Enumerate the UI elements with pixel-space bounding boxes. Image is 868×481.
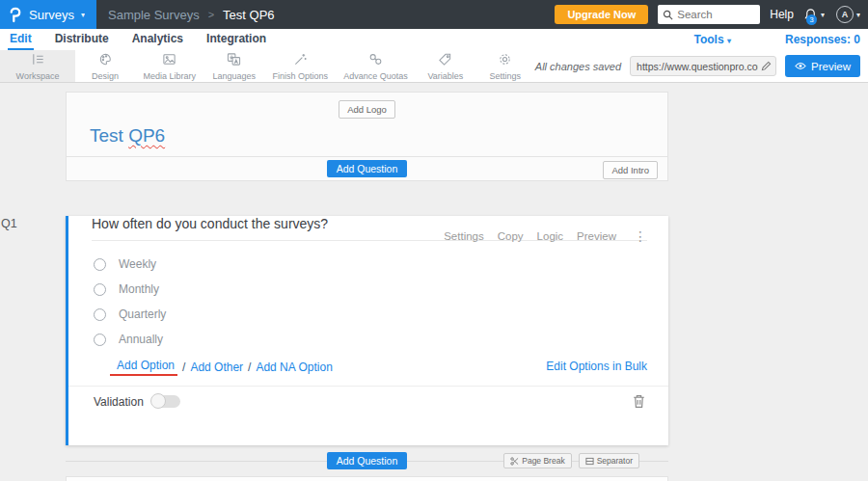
breadcrumb-separator-icon: > [208, 9, 214, 20]
chevron-down-icon: ▾ [821, 11, 825, 19]
question-action-row: Add Question Page Break Separator [66, 445, 668, 476]
toolbar-media-library[interactable]: Media Library [135, 50, 204, 82]
trash-icon[interactable] [633, 394, 645, 409]
add-question-button-bottom[interactable]: Add Question [327, 452, 408, 469]
question-logic-link[interactable]: Logic [537, 230, 564, 242]
tools-menu[interactable]: Tools ▾ [694, 33, 731, 46]
answer-options: Weekly Monthly Quarterly Annually [68, 252, 668, 352]
edit-options-in-bulk-link[interactable]: Edit Options in Bulk [546, 360, 647, 373]
upgrade-now-button[interactable]: Upgrade Now [555, 5, 648, 24]
toolbar-finish-options[interactable]: Finish Options [264, 50, 336, 82]
tab-edit[interactable]: Edit [8, 29, 34, 50]
toolbar-languages[interactable]: Languages [204, 50, 264, 82]
edit-toolbar: Workspace Design Media Library Languages… [0, 50, 868, 83]
add-other-link[interactable]: Add Other [190, 361, 243, 374]
breadcrumb-parent[interactable]: Sample Surveys [108, 8, 200, 22]
chevron-down-icon: ▾ [81, 11, 85, 19]
kebab-menu-icon[interactable]: ⋮ [634, 228, 647, 244]
question-settings-link[interactable]: Settings [444, 230, 484, 242]
nav-right: Tools ▾ Responses: 0 [694, 29, 868, 50]
languages-icon [227, 52, 241, 70]
preview-button[interactable]: Preview [785, 55, 860, 77]
question-number: Q1 [1, 217, 17, 230]
account-menu[interactable]: A ▾ [836, 6, 860, 23]
breadcrumb-current: Test QP6 [223, 8, 274, 22]
chevron-down-icon: ▾ [856, 11, 860, 19]
product-switcher-label: Surveys [29, 8, 74, 22]
toolbar-advance-quotas[interactable]: Advance Quotas [336, 50, 415, 82]
toolbar-right: All changes saved https://www.questionpr… [535, 50, 868, 82]
radio-icon[interactable] [94, 334, 106, 346]
option-row[interactable]: Quarterly [68, 302, 668, 327]
responses-count: Responses: 0 [785, 33, 860, 46]
add-question-button-top[interactable]: Add Question [327, 160, 408, 177]
radio-icon[interactable] [94, 258, 106, 271]
variables-icon [438, 52, 452, 70]
page-structure-buttons: Page Break Separator [503, 453, 639, 468]
add-na-option-link[interactable]: Add NA Option [256, 361, 332, 374]
tab-integration[interactable]: Integration [204, 29, 268, 50]
topbar-actions: Upgrade Now Help 3 ▾ A ▾ [555, 5, 868, 24]
radio-icon[interactable] [94, 283, 106, 296]
advance-quotas-icon [368, 52, 383, 70]
question-copy-link[interactable]: Copy [498, 230, 524, 242]
pencil-icon[interactable] [761, 61, 772, 71]
design-icon [98, 52, 113, 70]
finish-options-icon [293, 52, 308, 70]
search-icon [663, 10, 673, 20]
question-menu: Settings Copy Logic Preview ⋮ [444, 228, 647, 244]
notifications-button[interactable]: 3 ▾ [803, 8, 827, 22]
survey-column: Add Logo Test QP6 Add Question Add Intro… [66, 92, 668, 481]
separator-icon [585, 457, 594, 466]
product-switcher[interactable]: Surveys ▾ [0, 0, 96, 29]
save-status: All changes saved [535, 61, 621, 72]
page-break-button[interactable]: Page Break [503, 453, 571, 468]
workspace-icon [31, 52, 45, 70]
tab-distribute[interactable]: Distribute [53, 29, 111, 50]
intro-action-row: Add Question Add Intro [66, 156, 668, 181]
help-link[interactable]: Help [770, 8, 794, 21]
separator-button[interactable]: Separator [579, 453, 639, 468]
questionpro-app: Surveys ▾ Sample Surveys > Test QP6 Upgr… [0, 0, 868, 481]
option-row[interactable]: Annually [68, 327, 668, 352]
toolbar-variables[interactable]: Variables [416, 50, 475, 82]
eye-icon [795, 62, 806, 70]
radio-icon[interactable] [94, 308, 106, 321]
settings-icon [498, 52, 512, 70]
add-option-link[interactable]: Add Option [110, 359, 177, 376]
option-row[interactable]: Weekly [68, 252, 668, 277]
survey-footer-card: Edit Footer Thank You Page [66, 476, 668, 481]
survey-header-card: Add Logo Test QP6 [66, 92, 668, 157]
question-preview-link[interactable]: Preview [577, 230, 616, 242]
validation-row: Validation [68, 387, 668, 416]
question-card: Settings Copy Logic Preview ⋮ How often … [66, 216, 668, 445]
survey-url: https://www.questionpro.com/t/APNrFZ [637, 61, 758, 72]
option-row[interactable]: Monthly [68, 277, 668, 302]
toolbar-settings[interactable]: Settings [475, 50, 535, 82]
media-library-icon [162, 52, 176, 70]
breadcrumb: Sample Surveys > Test QP6 [108, 8, 275, 22]
validation-label: Validation [94, 395, 144, 409]
survey-title-misspelled-word: QP6 [128, 125, 165, 146]
survey-editor: Q1 Add Logo Test QP6 Add Question Add In… [0, 83, 868, 481]
toolbar-design[interactable]: Design [75, 50, 135, 82]
toolbar-workspace[interactable]: Workspace [0, 50, 75, 82]
add-intro-button[interactable]: Add Intro [603, 161, 658, 179]
add-logo-button[interactable]: Add Logo [339, 100, 395, 119]
scissors-icon [510, 457, 519, 466]
questionpro-logo [9, 7, 22, 23]
survey-nav: Edit Distribute Analytics Integration To… [0, 29, 868, 50]
survey-title[interactable]: Test QP6 [90, 125, 667, 147]
survey-url-field[interactable]: https://www.questionpro.com/t/APNrFZ [630, 56, 776, 76]
topbar: Surveys ▾ Sample Surveys > Test QP6 Upgr… [0, 0, 868, 29]
tab-analytics[interactable]: Analytics [130, 29, 185, 50]
search-box[interactable] [658, 5, 760, 24]
avatar: A [836, 6, 854, 23]
notification-badge: 3 [806, 14, 817, 25]
toggle-knob [150, 393, 166, 409]
option-actions-row: Add Option / Add Other / Add NA Option E… [117, 359, 647, 375]
validation-toggle[interactable] [151, 395, 180, 408]
search-input[interactable] [677, 9, 754, 20]
